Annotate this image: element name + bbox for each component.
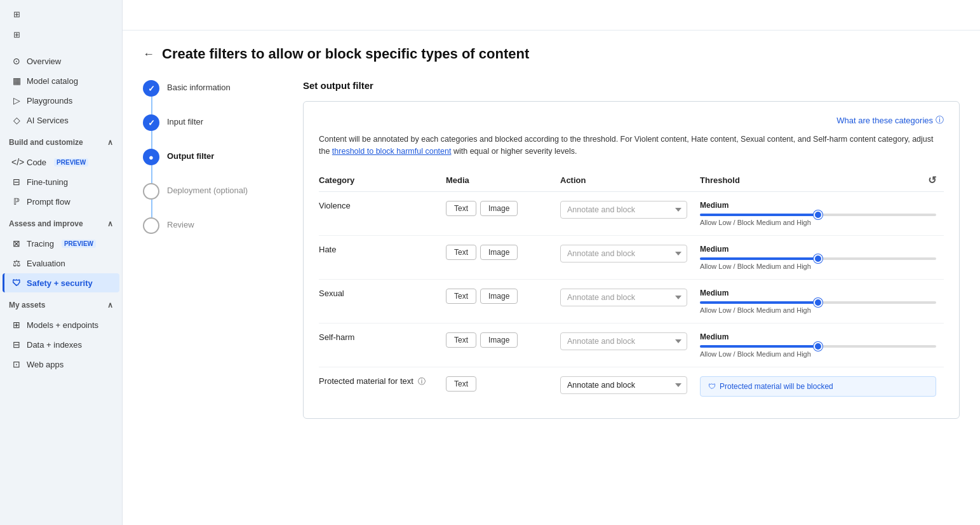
sidebar-item-evaluation[interactable]: ⚖ Evaluation [3,254,119,273]
text-button-violence[interactable]: Text [446,201,476,216]
image-button-sexual[interactable]: Image [480,289,518,304]
tracing-icon: ⊠ [11,238,22,249]
category-label-sexual: Sexual [319,289,344,298]
section-build-customize[interactable]: Build and customize ∧ [0,133,122,149]
slider-violence[interactable] [700,214,936,216]
step-circle-4 [143,183,159,200]
section-assess-improve[interactable]: Assess and improve ∧ [0,214,122,231]
section-my-assets[interactable]: My assets ∧ [0,296,122,312]
sidebar-item-overview[interactable]: ⊙ Overview [3,51,119,71]
action-select-violence[interactable]: Annotate and block [560,201,687,219]
action-select-sexual[interactable]: Annotate and block [560,289,687,306]
threshold-sexual: Medium Allow Low / Block Medium and High [700,289,936,314]
step-circle-3: ● [143,149,159,165]
header-threshold: Threshold ↺ [700,169,944,192]
sidebar-item-web-apps[interactable]: ⊡ Web apps [3,355,119,374]
preview-badge: PREVIEW [54,158,88,167]
category-label-self-harm: Self-harm [319,332,354,342]
main-content: ← Create filters to allow or block speci… [123,0,980,525]
media-buttons-self-harm: Text Image [446,332,553,348]
action-select-protected[interactable]: Annotate and block [560,376,687,394]
web-apps-icon: ⊡ [11,359,22,369]
category-label-violence: Violence [319,201,351,210]
image-button-hate[interactable]: Image [480,245,518,260]
sidebar-item-ai-services[interactable]: ◇ AI Services [3,111,119,130]
slider-self-harm[interactable] [700,345,936,348]
sidebar-pin-icon[interactable]: ⊞ [8,25,25,43]
image-button-self-harm[interactable]: Image [480,332,518,348]
slider-hate[interactable] [700,257,936,260]
what-categories-link[interactable]: What are these categories ⓘ [836,114,944,126]
chevron-up-icon-3: ∧ [107,301,113,310]
text-button-hate[interactable]: Text [446,245,476,260]
filter-card-header: What are these categories ⓘ [319,114,944,126]
sidebar-item-tracing[interactable]: ⊠ Tracing PREVIEW [3,234,119,253]
sidebar-toggle-icon[interactable]: ⊞ [8,5,25,23]
models-icon: ⊞ [11,320,22,330]
sidebar-item-prompt-flow[interactable]: ℙ Prompt flow [3,192,119,211]
filter-card: What are these categories ⓘ Content will… [303,101,960,419]
sidebar-item-playgrounds[interactable]: ▷ Playgrounds [3,91,119,110]
step-deployment: Deployment (optional) [143,183,283,200]
sidebar-item-safety-security[interactable]: 🛡 Safety + security [3,273,119,292]
reset-threshold-icon[interactable]: ↺ [928,174,936,186]
step-circle-5 [143,217,159,234]
step-connector-3 [151,165,152,183]
filter-content: Set output filter What are these categor… [303,80,960,419]
sidebar-item-code[interactable]: </> Code PREVIEW [3,153,119,172]
code-icon: </> [11,157,22,167]
shield-icon: 🛡 [11,278,22,288]
category-label-protected-text: Protected material for text ⓘ [319,376,426,386]
image-button-violence[interactable]: Image [480,201,518,216]
step-circle-2: ✓ [143,114,159,131]
step-label-3: Output filter [167,149,214,161]
protected-material-badge: 🛡 Protected material will be blocked [700,376,936,397]
step-connector-4 [151,200,152,217]
text-button-self-harm[interactable]: Text [446,332,476,348]
action-select-hate[interactable]: Annotate and block [560,245,687,262]
step-label-1: Basic information [167,80,231,92]
table-row: Sexual Text Image Annotate and b [319,279,944,323]
table-header: Category Media Action Threshold ↺ [319,169,944,192]
sidebar: ⊞ ⊞ ⊙ Overview ▦ Model catalog ▷ Playgro… [0,0,123,525]
filter-table: Category Media Action Threshold ↺ [319,169,944,406]
action-select-self-harm[interactable]: Annotate and block [560,332,687,350]
text-button-sexual[interactable]: Text [446,289,476,304]
page-title: Create filters to allow or block specifi… [162,46,529,62]
slider-sexual[interactable] [700,301,936,304]
playgrounds-icon: ▷ [11,95,22,106]
my-assets-items: ⊞ Models + endpoints ⊟ Data + indexes ⊡ … [0,312,122,377]
step-input-filter: ✓ Input filter [143,114,283,131]
media-buttons-sexual: Text Image [446,289,553,304]
model-catalog-icon: ▦ [11,76,22,86]
top-bar [123,0,980,31]
media-buttons-hate: Text Image [446,245,553,260]
wizard-layout: ✓ Basic information ✓ Input filter ● Out… [143,80,960,419]
back-button[interactable]: ← [143,48,154,61]
preview-badge-2: PREVIEW [62,240,96,248]
overview-icon: ⊙ [11,56,22,66]
sidebar-item-fine-tuning[interactable]: ⊟ Fine-tuning [3,172,119,191]
assess-improve-items: ⊠ Tracing PREVIEW ⚖ Evaluation 🛡 Safety … [0,231,122,296]
page-header: ← Create filters to allow or block speci… [143,46,960,62]
threshold-link[interactable]: threshold to block harmful content [332,147,452,156]
sidebar-nav: ⊙ Overview ▦ Model catalog ▷ Playgrounds… [0,48,122,133]
text-button-protected[interactable]: Text [446,376,476,392]
step-circle-1: ✓ [143,80,159,97]
ai-services-icon: ◇ [11,115,22,125]
evaluation-icon: ⚖ [11,258,22,268]
table-row: Hate Text Image Annotate and blo [319,235,944,279]
step-output-filter: ● Output filter [143,149,283,165]
sidebar-item-data-indexes[interactable]: ⊟ Data + indexes [3,335,119,354]
sidebar-item-model-catalog[interactable]: ▦ Model catalog [3,71,119,90]
data-icon: ⊟ [11,339,22,350]
sidebar-item-models-endpoints[interactable]: ⊞ Models + endpoints [3,315,119,334]
table-row: Violence Text Image Annotate and [319,191,944,235]
category-label-hate: Hate [319,245,336,254]
step-connector-2 [151,131,152,149]
help-circle-icon: ⓘ [936,114,944,126]
header-media: Media [446,169,560,192]
table-body: Violence Text Image Annotate and [319,191,944,406]
header-action: Action [560,169,700,192]
fine-tuning-icon: ⊟ [11,177,22,187]
